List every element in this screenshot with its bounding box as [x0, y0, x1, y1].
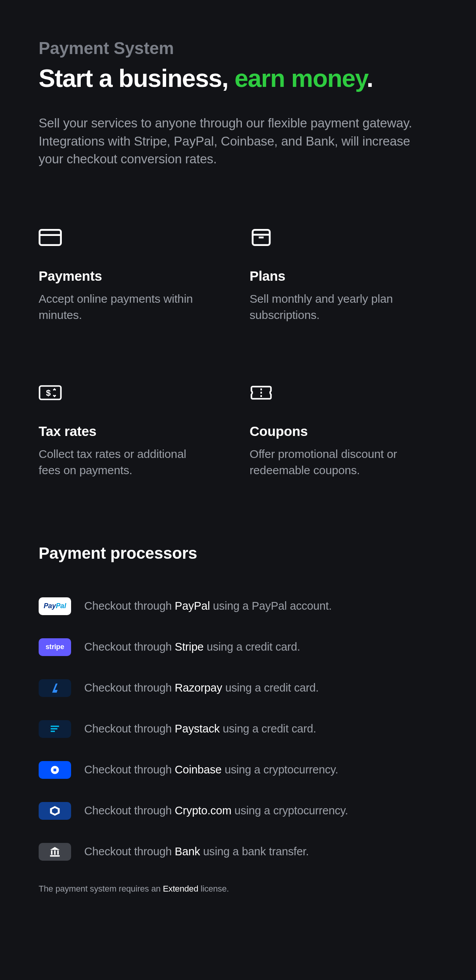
cash-icon: $ — [39, 381, 62, 404]
paypal-logo-icon: PayPal — [39, 597, 71, 615]
headline-accent: earn money — [235, 64, 367, 92]
processor-razorpay: Checkout through Razorpay using a credit… — [39, 679, 437, 697]
feature-desc: Sell monthly and yearly plan subscriptio… — [250, 291, 412, 323]
feature-plans: Plans Sell monthly and yearly plan subsc… — [250, 226, 437, 323]
section-eyebrow: Payment System — [39, 39, 437, 58]
svg-rect-20 — [57, 850, 59, 855]
svg-rect-21 — [50, 855, 60, 857]
headline-pre: Start a business, — [39, 64, 235, 92]
feature-desc: Accept online payments within minutes. — [39, 291, 201, 323]
section-lead: Sell your services to anyone through our… — [39, 114, 437, 168]
feature-desc: Collect tax rates or additional fees on … — [39, 446, 201, 478]
svg-rect-19 — [54, 850, 56, 855]
processor-desc: Checkout through Crypto.com using a cryp… — [84, 804, 348, 817]
package-icon — [250, 226, 273, 249]
feature-coupons: Coupons Offer promotional discount or re… — [250, 381, 437, 478]
svg-rect-11 — [51, 728, 57, 729]
processor-desc: Checkout through PayPal using a PayPal a… — [84, 600, 332, 612]
processor-bank: Checkout through Bank using a bank trans… — [39, 843, 437, 861]
credit-card-icon — [39, 226, 62, 249]
paystack-logo-icon — [39, 720, 71, 738]
processors-list: PayPal Checkout through PayPal using a P… — [39, 597, 437, 861]
razorpay-logo-icon — [39, 679, 71, 697]
processor-stripe: stripe Checkout through Stripe using a c… — [39, 638, 437, 656]
processor-desc: Checkout through Razorpay using a credit… — [84, 682, 319, 694]
svg-rect-14 — [54, 768, 56, 771]
svg-rect-0 — [39, 230, 61, 245]
processor-paypal: PayPal Checkout through PayPal using a P… — [39, 597, 437, 615]
processor-desc: Checkout through Coinbase using a crypto… — [84, 763, 338, 776]
processor-paystack: Checkout through Paystack using a credit… — [39, 720, 437, 738]
svg-rect-10 — [51, 726, 59, 727]
processors-heading: Payment processors — [39, 544, 437, 563]
feature-tax-rates: $ Tax rates Collect tax rates or additio… — [39, 381, 226, 478]
processor-coinbase: Checkout through Coinbase using a crypto… — [39, 761, 437, 779]
headline-post: . — [367, 64, 373, 92]
feature-title: Tax rates — [39, 424, 226, 439]
coinbase-logo-icon — [39, 761, 71, 779]
feature-desc: Offer promotional discount or redeemable… — [250, 446, 412, 478]
processor-desc: Checkout through Bank using a bank trans… — [84, 845, 309, 858]
section-headline: Start a business, earn money. — [39, 65, 437, 92]
processor-desc: Checkout through Stripe using a credit c… — [84, 641, 300, 653]
svg-marker-17 — [50, 847, 60, 850]
feature-title: Plans — [250, 268, 437, 284]
processor-desc: Checkout through Paystack using a credit… — [84, 722, 316, 735]
cryptocom-logo-icon — [39, 802, 71, 820]
ticket-icon — [250, 381, 273, 404]
svg-text:$: $ — [46, 388, 51, 398]
license-footnote: The payment system requires an Extended … — [39, 884, 437, 894]
feature-title: Coupons — [250, 424, 437, 439]
processor-cryptocom: Checkout through Crypto.com using a cryp… — [39, 802, 437, 820]
feature-payments: Payments Accept online payments within m… — [39, 226, 226, 323]
bank-logo-icon — [39, 843, 71, 861]
stripe-logo-icon: stripe — [39, 638, 71, 656]
svg-rect-12 — [51, 731, 55, 732]
svg-rect-18 — [51, 850, 53, 855]
feature-title: Payments — [39, 268, 226, 284]
